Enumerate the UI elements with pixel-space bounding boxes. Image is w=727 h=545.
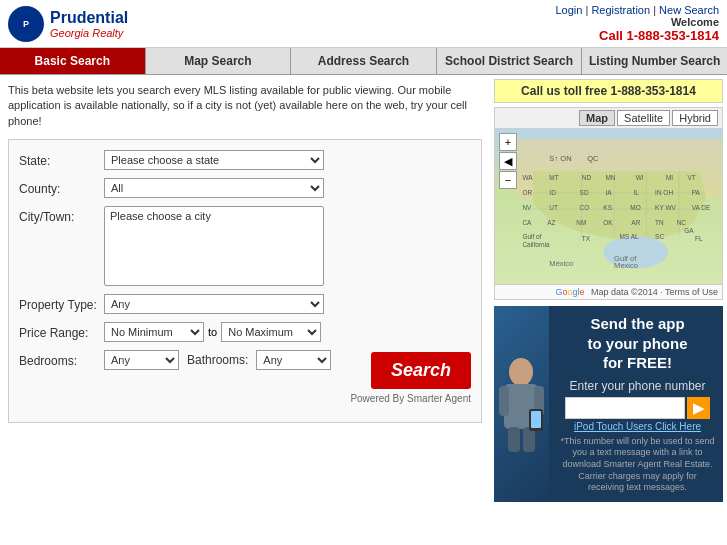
registration-link[interactable]: Registration (591, 4, 650, 16)
svg-text:México: México (549, 259, 573, 268)
phone-number-input[interactable] (565, 397, 685, 419)
city-label: City/Town: (19, 206, 104, 224)
map-controls: + ◀ − (499, 133, 517, 189)
logo-icon: P (8, 6, 44, 42)
main-content: This beta website lets you search every … (0, 75, 727, 506)
svg-text:QC: QC (587, 154, 599, 163)
proptype-select[interactable]: Any (104, 294, 324, 314)
state-control: Please choose a state (104, 150, 471, 170)
tab-map-search[interactable]: Map Search (146, 48, 292, 74)
phone-entry: Enter your phone number ▶ iPod Touch Use… (560, 379, 715, 494)
map-tab-hybrid[interactable]: Hybrid (672, 110, 718, 126)
toll-free-bar: Call us toll free 1-888-353-1814 (494, 79, 723, 103)
svg-text:GA: GA (684, 227, 694, 234)
new-search-link[interactable]: New Search (659, 4, 719, 16)
map-footer: Google Map data ©2014 · Terms of Use (495, 284, 722, 299)
logo-area: P Prudential Georgia Realty (8, 6, 128, 42)
map-image[interactable]: + ◀ − (495, 129, 722, 284)
svg-text:SD: SD (580, 189, 589, 196)
tab-school-district-search[interactable]: School District Search (437, 48, 583, 74)
search-form: State: Please choose a state County: All (8, 139, 482, 423)
phone-submit-button[interactable]: ▶ (687, 397, 710, 419)
state-row: State: Please choose a state (19, 150, 471, 170)
svg-text:WI: WI (636, 174, 644, 181)
map-tab-map[interactable]: Map (579, 110, 615, 126)
svg-text:AZ: AZ (547, 219, 555, 226)
google-logo: Google (555, 287, 587, 297)
county-control: All (104, 178, 471, 198)
county-row: County: All (19, 178, 471, 198)
proptype-row: Property Type: Any (19, 294, 471, 314)
tab-address-search[interactable]: Address Search (291, 48, 437, 74)
svg-text:MO: MO (630, 204, 640, 211)
svg-marker-1 (533, 171, 706, 241)
search-btn-area: Search Powered By Smarter Agent (331, 350, 471, 404)
svg-text:MS AL: MS AL (620, 233, 639, 240)
map-zoom-in[interactable]: + (499, 133, 517, 151)
svg-text:WA: WA (522, 174, 533, 181)
svg-text:California: California (522, 241, 550, 248)
svg-text:FL: FL (695, 235, 703, 242)
svg-text:VA DE: VA DE (692, 204, 711, 211)
state-select[interactable]: Please choose a state (104, 150, 324, 170)
phone-input-row: ▶ (560, 397, 715, 419)
price-to-text: to (208, 326, 217, 338)
map-tabs: Map Satellite Hybrid (495, 108, 722, 129)
svg-text:Mexico: Mexico (614, 261, 638, 270)
city-control: Please choose a city (104, 206, 471, 286)
svg-rect-53 (508, 427, 520, 452)
header: P Prudential Georgia Realty Login | Regi… (0, 0, 727, 48)
header-nav-links: Login | Registration | New Search (555, 4, 719, 16)
ipod-link[interactable]: iPod Touch Users Click Here (560, 421, 715, 432)
bedrooms-select[interactable]: Any (104, 350, 179, 370)
tab-basic-search[interactable]: Basic Search (0, 48, 146, 74)
svg-text:NV: NV (522, 204, 532, 211)
price-max-select[interactable]: No Maximum (221, 322, 321, 342)
map-tab-satellite[interactable]: Satellite (617, 110, 670, 126)
svg-text:TN: TN (655, 219, 664, 226)
svg-text:MN: MN (605, 174, 615, 181)
logo-subtitle: Georgia Realty (50, 27, 128, 39)
svg-text:ND: ND (582, 174, 592, 181)
header-right: Login | Registration | New Search Welcom… (555, 4, 719, 43)
city-listbox[interactable]: Please choose a city (104, 206, 324, 286)
promo-image (494, 306, 549, 502)
logo-text: Prudential Georgia Realty (50, 9, 128, 39)
promo-disclaimer: *This number will only be used to send y… (560, 436, 715, 494)
logo-name: Prudential (50, 9, 128, 27)
svg-text:KY WV: KY WV (655, 204, 676, 211)
svg-point-49 (509, 358, 533, 386)
svg-text:NC: NC (677, 219, 687, 226)
price-min-select[interactable]: No Minimum (104, 322, 204, 342)
map-pan-left[interactable]: ◀ (499, 152, 517, 170)
svg-rect-51 (499, 386, 509, 416)
search-button[interactable]: Search (371, 352, 471, 389)
login-link[interactable]: Login (555, 4, 582, 16)
usa-map-svg: S↑ ON QC WA MT ND MN WI MI VT OR ID SD I… (517, 139, 722, 284)
svg-text:CO: CO (580, 204, 590, 211)
svg-text:Gulf of: Gulf of (522, 233, 541, 240)
svg-text:IL: IL (634, 189, 640, 196)
svg-text:KS: KS (603, 204, 612, 211)
map-zoom-out[interactable]: − (499, 171, 517, 189)
bathrooms-select[interactable]: Any (256, 350, 331, 370)
price-label: Price Range: (19, 322, 104, 340)
county-label: County: (19, 178, 104, 196)
welcome-text: Welcome (555, 16, 719, 28)
svg-text:ID: ID (549, 189, 556, 196)
map-data-text: Map data ©2014 · Terms of Use (591, 287, 718, 297)
city-row: City/Town: Please choose a city (19, 206, 471, 286)
svg-text:NM: NM (576, 219, 586, 226)
proptype-label: Property Type: (19, 294, 104, 312)
powered-by-text: Powered By Smarter Agent (350, 393, 471, 404)
right-panel: Call us toll free 1-888-353-1814 Map Sat… (490, 75, 727, 506)
county-select[interactable]: All (104, 178, 324, 198)
nav-tabs: Basic Search Map Search Address Search S… (0, 48, 727, 75)
bed-bath-row: Bedrooms: Any Bathrooms: Any Search Pow (19, 350, 471, 404)
header-phone: Call 1-888-353-1814 (555, 28, 719, 43)
svg-text:S↑ ON: S↑ ON (549, 154, 571, 163)
svg-text:VT: VT (687, 174, 695, 181)
person-silhouette (494, 354, 549, 454)
svg-text:IN OH: IN OH (655, 189, 673, 196)
tab-listing-number-search[interactable]: Listing Number Search (582, 48, 727, 74)
